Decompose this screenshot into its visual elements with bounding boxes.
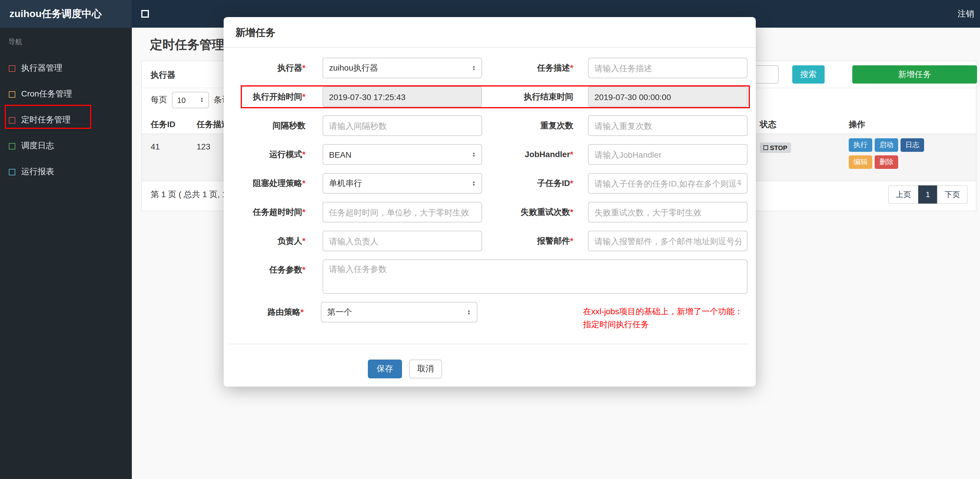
run-mode-select-value: BEAN bbox=[329, 150, 352, 159]
page-title: 定时任务管理 bbox=[150, 37, 224, 53]
route-strategy-label: 路由策略* bbox=[224, 302, 321, 331]
square-icon bbox=[9, 169, 15, 175]
task-desc-input[interactable] bbox=[588, 58, 748, 78]
modal-body: 执行器* zuihou执行器 ▲▼ 任务描述* 执行开始时间* 执行结束时间 间… bbox=[224, 48, 756, 379]
per-page-value: 10 bbox=[177, 95, 186, 105]
start-button[interactable]: 启动 bbox=[875, 138, 898, 152]
form-row: 任务参数* bbox=[224, 259, 756, 294]
logout-link[interactable]: 注销 bbox=[954, 0, 978, 28]
search-button[interactable]: 搜索 bbox=[792, 65, 825, 84]
header-actions: 操作 bbox=[848, 116, 976, 134]
current-page-button[interactable]: 1 bbox=[918, 185, 938, 204]
interval-input[interactable] bbox=[323, 115, 482, 136]
cell-actions: 执行启动日志 编辑删除 bbox=[848, 134, 976, 181]
form-row: 路由策略* 第一个 ▲▼ 在xxl-jobs项目的基础上，新增了一个功能： 指定… bbox=[224, 302, 756, 331]
route-strategy-select-value: 第一个 bbox=[327, 307, 352, 317]
form-row: 运行模式* BEAN ▲▼ JobHandler* bbox=[224, 144, 756, 165]
form-row: 间隔秒数 重复次数 bbox=[224, 115, 756, 136]
alarm-email-label: 报警邮件* bbox=[482, 231, 588, 251]
sidebar-toggle-icon[interactable] bbox=[141, 10, 149, 18]
run-mode-select[interactable]: BEAN ▲▼ bbox=[323, 144, 482, 165]
sidebar-item-label: 调度日志 bbox=[21, 141, 54, 151]
end-time-label: 执行结束时间 bbox=[482, 86, 588, 107]
form-row: 阻塞处理策略* 单机串行 ▲▼ 子任务ID* bbox=[224, 173, 756, 194]
square-icon bbox=[9, 65, 15, 72]
retry-count-label: 失败重试次数* bbox=[482, 202, 588, 223]
select-arrows-icon: ▲▼ bbox=[200, 97, 204, 103]
run-mode-label: 运行模式* bbox=[224, 144, 323, 165]
select-arrows-icon: ▲▼ bbox=[472, 180, 476, 186]
sidebar-item-executor-management[interactable]: 执行器管理 bbox=[0, 55, 132, 81]
repeat-count-input[interactable] bbox=[588, 115, 748, 136]
save-button[interactable]: 保存 bbox=[368, 360, 402, 379]
select-arrows-icon: ▲▼ bbox=[467, 309, 471, 315]
sidebar-nav-label: 导航 bbox=[0, 28, 132, 55]
pagination: 上页 1 下页 bbox=[888, 185, 968, 204]
sidebar-item-cron-task-management[interactable]: Cron任务管理 bbox=[0, 81, 132, 107]
executor-select[interactable]: zuihou执行器 ▲▼ bbox=[323, 58, 482, 78]
pagination-summary: 第 1 页 ( 总共 1 页, 1 bbox=[151, 185, 227, 204]
form-row: 执行器* zuihou执行器 ▲▼ 任务描述* bbox=[224, 58, 756, 78]
timeout-label: 任务超时时间* bbox=[224, 202, 323, 223]
select-arrows-icon: ▲▼ bbox=[472, 65, 476, 71]
brand-title[interactable]: zuihou任务调度中心 bbox=[0, 0, 132, 28]
end-time-input[interactable] bbox=[588, 86, 748, 107]
modal-footer: 保存 取消 bbox=[224, 344, 756, 379]
cancel-button[interactable]: 取消 bbox=[409, 360, 442, 379]
sidebar-item-timed-task-management[interactable]: 定时任务管理 bbox=[0, 107, 132, 133]
feature-note: 在xxl-jobs项目的基础上，新增了一个功能： 指定时间执行任务 bbox=[583, 302, 756, 331]
square-icon bbox=[9, 117, 15, 123]
prev-page-button[interactable]: 上页 bbox=[888, 185, 919, 204]
square-icon bbox=[9, 143, 15, 149]
executor-select-value: zuihou执行器 bbox=[329, 63, 378, 73]
job-param-textarea[interactable] bbox=[323, 259, 748, 294]
repeat-count-label: 重复次数 bbox=[482, 115, 588, 136]
next-page-button[interactable]: 下页 bbox=[937, 185, 968, 204]
block-strategy-label: 阻塞处理策略* bbox=[224, 173, 323, 194]
owner-input[interactable] bbox=[323, 231, 482, 251]
start-time-input[interactable] bbox=[323, 86, 482, 107]
per-page-prefix: 每页 bbox=[151, 95, 167, 105]
sidebar-item-label: 执行器管理 bbox=[21, 63, 62, 73]
execute-button[interactable]: 执行 bbox=[849, 138, 872, 152]
start-time-label: 执行开始时间* bbox=[224, 86, 323, 107]
per-page-select[interactable]: 10 ▲▼ bbox=[172, 92, 209, 108]
sidebar-item-label: 定时任务管理 bbox=[21, 115, 71, 125]
form-row: 负责人* 报警邮件* bbox=[224, 231, 756, 251]
route-strategy-select[interactable]: 第一个 ▲▼ bbox=[321, 302, 477, 323]
edit-button[interactable]: 编辑 bbox=[849, 155, 872, 169]
sidebar-item-label: 运行报表 bbox=[21, 167, 54, 177]
block-strategy-select[interactable]: 单机串行 ▲▼ bbox=[323, 173, 482, 194]
status-badge: STOP bbox=[760, 142, 791, 153]
retry-count-input[interactable] bbox=[588, 202, 748, 223]
square-icon bbox=[9, 91, 15, 97]
status-text: STOP bbox=[770, 144, 788, 151]
alarm-email-input[interactable] bbox=[588, 231, 748, 251]
add-task-button[interactable]: 新增任务 bbox=[852, 65, 977, 84]
modal-title: 新增任务 bbox=[235, 27, 275, 38]
sidebar-item-run-report[interactable]: 运行报表 bbox=[0, 159, 132, 185]
job-param-label: 任务参数* bbox=[224, 259, 323, 294]
select-arrows-icon: ▲▼ bbox=[472, 151, 476, 158]
executor-label: 执行器* bbox=[224, 58, 323, 78]
sidebar-item-dispatch-log[interactable]: 调度日志 bbox=[0, 133, 132, 159]
jobhandler-input[interactable] bbox=[588, 144, 748, 165]
modal-header: 新增任务 bbox=[224, 17, 756, 48]
child-jobid-input[interactable] bbox=[588, 173, 748, 194]
form-row: 执行开始时间* 执行结束时间 bbox=[224, 86, 756, 107]
owner-label: 负责人* bbox=[224, 231, 323, 251]
log-button[interactable]: 日志 bbox=[900, 138, 924, 152]
sidebar-item-label: Cron任务管理 bbox=[21, 89, 72, 99]
header-status: 状态 bbox=[759, 116, 848, 134]
interval-label: 间隔秒数 bbox=[224, 115, 323, 136]
task-desc-label: 任务描述* bbox=[482, 58, 588, 78]
app-root: zuihou任务调度中心 注销 导航 执行器管理 Cron任务管理 定时任务管理… bbox=[0, 0, 980, 479]
add-task-modal: 新增任务 执行器* zuihou执行器 ▲▼ 任务描述* 执行开始时间* 执行结… bbox=[224, 17, 756, 387]
timeout-input[interactable] bbox=[323, 202, 482, 223]
jobhandler-label: JobHandler* bbox=[482, 144, 588, 165]
header-task-id: 任务ID bbox=[142, 116, 191, 134]
cell-status: STOP bbox=[759, 134, 848, 181]
block-strategy-select-value: 单机串行 bbox=[329, 178, 362, 189]
square-icon bbox=[764, 145, 768, 150]
delete-button[interactable]: 删除 bbox=[875, 155, 898, 169]
